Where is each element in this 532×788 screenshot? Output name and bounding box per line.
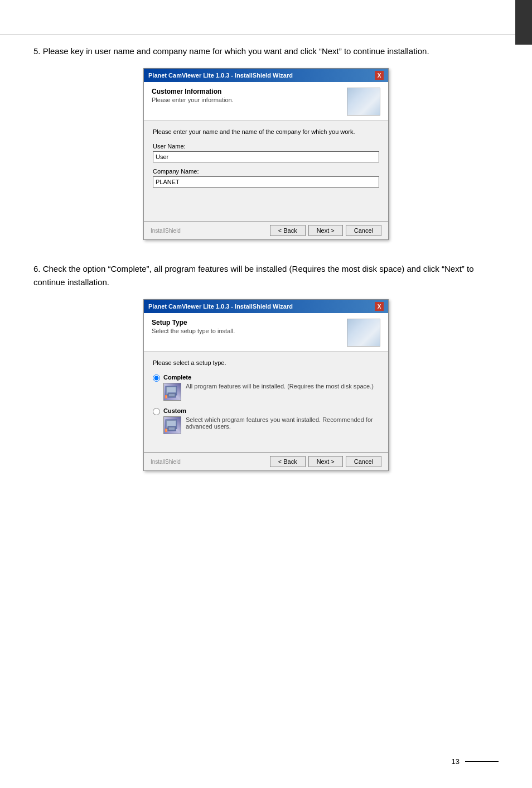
dialog2-next-button[interactable]: Next >: [308, 456, 343, 467]
user-name-input[interactable]: [153, 151, 379, 162]
dialog2-header: Setup Type Select the setup type to inst…: [144, 313, 388, 352]
dialog2-header-text: Setup Type Select the setup type to inst…: [152, 319, 235, 334]
dialog1-header-subtitle: Please enter your information.: [152, 97, 234, 103]
dialog1-installshield-label: InstallShield: [151, 228, 181, 234]
custom-radio[interactable]: [153, 408, 160, 415]
user-name-label: User Name:: [153, 143, 379, 150]
step-6-instruction: 6. Check the option “Complete”, all prog…: [33, 262, 499, 289]
dialog2-cancel-button[interactable]: Cancel: [346, 456, 381, 467]
dialog1-close-button[interactable]: X: [375, 71, 384, 80]
complete-label: Complete: [163, 374, 191, 381]
complete-icon: [163, 383, 181, 401]
dialog1-cancel-button[interactable]: Cancel: [346, 225, 381, 236]
company-name-label: Company Name:: [153, 168, 379, 175]
page-number-line: [465, 761, 499, 762]
dialog2-footer: InstallShield < Back Next > Cancel: [144, 452, 388, 470]
company-name-input[interactable]: [153, 176, 379, 188]
svg-rect-3: [169, 394, 175, 396]
setup-type-dialog: Planet CamViewer Lite 1.0.3 - InstallShi…: [143, 299, 389, 471]
dialog1-header-graphic: [347, 88, 380, 116]
dialog2-installshield-label: InstallShield: [151, 459, 181, 465]
custom-icon: [163, 416, 181, 434]
dialog2-back-button[interactable]: < Back: [270, 456, 306, 467]
page-number-text: 13: [452, 757, 460, 766]
corner-decoration: [515, 0, 532, 45]
page-number-area: 13: [452, 757, 499, 766]
custom-option: Custom: [153, 407, 379, 434]
dialog1-back-button[interactable]: < Back: [270, 225, 306, 236]
dialog2-title: Planet CamViewer Lite 1.0.3 - InstallShi…: [148, 303, 293, 310]
dialog1-footer: InstallShield < Back Next > Cancel: [144, 221, 388, 239]
complete-desc: All program features will be installed. …: [186, 383, 374, 390]
dialog2-header-title: Setup Type: [152, 319, 235, 326]
custom-desc: Select which program features you want i…: [186, 416, 379, 430]
dialog2-body: Please select a setup type. Complete: [144, 352, 388, 452]
dialog2-header-subtitle: Select the setup type to install.: [152, 328, 235, 334]
dialog1-next-button[interactable]: Next >: [308, 225, 343, 236]
dialog1-title: Planet CamViewer Lite 1.0.3 - InstallShi…: [148, 72, 293, 79]
customer-info-dialog: Planet CamViewer Lite 1.0.3 - InstallShi…: [143, 68, 389, 240]
step-5-instruction: 5. Please key in user name and company n…: [33, 45, 499, 58]
dialog2-body-desc: Please select a setup type.: [153, 359, 379, 366]
dialog1-titlebar: Planet CamViewer Lite 1.0.3 - InstallShi…: [144, 69, 388, 82]
custom-icon-inner: [164, 417, 181, 434]
dialog1-header-title: Customer Information: [152, 88, 234, 95]
complete-radio[interactable]: [153, 374, 160, 382]
complete-icon-inner: [164, 383, 181, 400]
complete-option: Complete: [153, 374, 379, 401]
top-line: [0, 35, 515, 35]
dialog2-header-graphic: [347, 319, 380, 347]
custom-label: Custom: [163, 407, 186, 414]
dialog2-close-button[interactable]: X: [375, 302, 384, 311]
step-5: 5. Please key in user name and company n…: [33, 45, 499, 240]
dialog1-body-desc: Please enter your name and the name of t…: [153, 128, 379, 135]
dialog1-body: Please enter your name and the name of t…: [144, 121, 388, 221]
svg-rect-9: [169, 427, 175, 430]
svg-rect-11: [166, 429, 167, 431]
dialog1-header-text: Customer Information Please enter your i…: [152, 88, 234, 103]
dialog2-titlebar: Planet CamViewer Lite 1.0.3 - InstallShi…: [144, 300, 388, 313]
step-6: 6. Check the option “Complete”, all prog…: [33, 262, 499, 471]
svg-rect-5: [166, 396, 167, 398]
dialog1-header: Customer Information Please enter your i…: [144, 82, 388, 121]
